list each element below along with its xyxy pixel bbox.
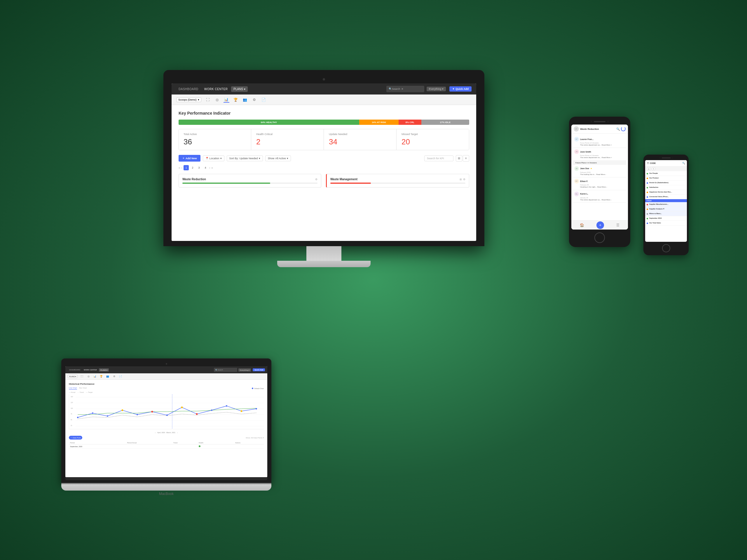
mac-date-next-icon[interactable]: › <box>177 432 178 433</box>
page-prev-icon[interactable]: ‹ <box>181 166 182 169</box>
page-last-icon[interactable]: » <box>211 166 213 169</box>
mac-nav-dashboard[interactable]: DASHBOARD <box>68 368 82 371</box>
mac-icon-trophy[interactable]: 🏆 <box>99 374 103 379</box>
mac-icon-settings[interactable]: ⚙ <box>112 374 116 379</box>
kpi-missed-target-value: 20 <box>402 137 464 146</box>
phone-large-search-icon[interactable]: 🔍 <box>616 128 620 131</box>
toolbar-settings-icon[interactable]: ⚙ <box>252 97 257 103</box>
phone-small-search-icon[interactable]: 🔍 <box>682 162 685 164</box>
nav-plans[interactable]: PLANS ▾ <box>231 86 248 92</box>
mac-tab-line-chart[interactable]: Line Chart <box>69 387 77 390</box>
mac-search-icon: 🔍 <box>215 369 217 371</box>
kpi-card-update-needed[interactable]: Update Needed 34 <box>324 129 396 150</box>
phone-bottom-menu-icon[interactable]: ☰ <box>616 223 619 227</box>
kpi-card-missed-target[interactable]: Missed Target 20 <box>397 129 469 150</box>
page-1[interactable]: 1 <box>183 165 189 170</box>
phone-earpiece <box>594 121 606 122</box>
list-item[interactable]: KL Karen L. January 29 The entire depart… <box>573 190 626 203</box>
mac-search-bar[interactable]: 🔍 Search <box>214 368 237 372</box>
kpi-item-waste-mgmt-grid-icon[interactable]: ⊞ <box>460 178 462 181</box>
desktop-search-bar[interactable]: 🔍 Search ✕ <box>386 86 424 92</box>
list-item[interactable]: JS June Smith Focus Points ● 2 Answers T… <box>573 148 626 160</box>
list-item[interactable]: Our Total Sales <box>645 221 687 225</box>
toolbar-team-icon[interactable]: 👥 <box>242 97 248 103</box>
mac-date-prev-icon[interactable]: ‹ <box>155 432 156 433</box>
show-chevron-icon: ▾ <box>287 157 288 160</box>
page-3[interactable]: 3 <box>197 165 202 170</box>
scope-selector[interactable]: Scoops (Demo) ▾ <box>176 98 201 102</box>
list-item[interactable]: Satisfaction <box>645 185 687 190</box>
list-item[interactable]: JD Jane Doe ★ February 2020 The leading … <box>573 165 626 177</box>
mac-icon-document[interactable]: 📄 <box>119 374 123 379</box>
add-new-button[interactable]: ＋ Add New <box>179 155 201 162</box>
quick-add-button[interactable]: ✦ Quick Add <box>449 86 471 91</box>
list-item[interactable]: Connected Value (Phras... <box>645 194 687 199</box>
phone-small-home-row <box>645 244 687 252</box>
toolbar-target-icon[interactable]: ◎ <box>214 97 220 103</box>
page-4[interactable]: 4 <box>203 165 208 170</box>
page-next-icon[interactable]: › <box>209 166 210 169</box>
phone-large-refresh-icon[interactable] <box>621 127 626 131</box>
list-item[interactable]: Supplier Manufacturers... <box>645 202 687 207</box>
list-view-button[interactable]: ≡ <box>463 155 469 162</box>
phone-small-home-button[interactable] <box>662 244 670 252</box>
page-first-icon[interactable]: « <box>179 166 180 169</box>
phone-small-hamburger-icon[interactable]: ☰ <box>647 162 649 164</box>
phone-small-sort-button[interactable]: ⇅ <box>652 167 655 170</box>
svg-point-17 <box>136 414 138 415</box>
toolbar-document-icon[interactable]: 📄 <box>261 97 267 103</box>
list-item[interactable]: Our Product <box>645 176 687 181</box>
sort-by-button[interactable]: Sort By: Update Needed ▾ <box>227 156 263 161</box>
list-item[interactable]: Rhino-ra Manu... <box>645 211 687 216</box>
mac-icon-team[interactable]: 👥 <box>106 374 110 379</box>
phone-small-filter-button[interactable]: ▤ <box>647 167 651 170</box>
mac-quick-add-button[interactable]: Quick Add <box>253 368 265 371</box>
location-label: Location <box>209 157 220 160</box>
kpi-search-input[interactable]: Search for KPI <box>424 156 454 161</box>
mac-nav-workcenter[interactable]: WORK CENTER <box>82 368 98 371</box>
nav-dashboard[interactable]: DASHBOARD <box>176 86 201 92</box>
list-item[interactable]: Supplier Analysis ✕ <box>645 207 687 211</box>
list-item[interactable]: Happiness Service (last Res... <box>645 190 687 194</box>
mac-everything-selector[interactable]: Everything ▾ <box>238 368 251 372</box>
phone-bottom-home-icon[interactable]: 🏠 <box>580 223 584 227</box>
mac-table-cell-actual <box>126 445 172 449</box>
page-2[interactable]: 2 <box>190 165 195 170</box>
phone-bottom-add-button[interactable]: ＋ <box>596 221 604 229</box>
grid-view-button[interactable]: ⊞ <box>456 155 462 162</box>
mac-table-header-actual: Period Actual <box>126 441 172 445</box>
mac-icon-network[interactable]: ⛶ <box>80 374 84 379</box>
kpi-item-waste-mgmt-settings-icon[interactable]: ⚙ <box>463 178 465 181</box>
kpi-item-waste-reduction[interactable]: Waste Reduction ⚙ <box>179 174 321 188</box>
phone-avatar-kl-initials: KL <box>575 193 577 195</box>
kpi-card-total-active[interactable]: Total Active 36 <box>179 129 251 150</box>
phone-large-home-button[interactable] <box>594 233 605 243</box>
show-filter-button[interactable]: Show All Active ▾ <box>265 156 291 161</box>
kpi-item-settings-icon[interactable]: ⚙ <box>315 178 317 181</box>
list-item[interactable]: Drexle Go (Stakeholders) <box>645 181 687 185</box>
mac-everything-chevron-icon: ▾ <box>249 369 250 371</box>
toolbar-trophy-icon[interactable]: 🏆 <box>233 97 239 103</box>
phone-large-avatar[interactable]: LF <box>574 126 579 132</box>
location-filter-button[interactable]: 📍 Location ▾ <box>203 156 224 161</box>
list-item[interactable]: LF Lauren Fran... Focus Points ● 5 Answe… <box>573 135 626 148</box>
mac-data-point-button[interactable]: ＋ Data Point <box>69 436 82 439</box>
search-clear-icon[interactable]: ✕ <box>401 87 404 90</box>
mac-date-range: ‹ April, 2020 - March, 2021 › <box>69 432 264 433</box>
toolbar-network-icon[interactable]: ⛶ <box>205 97 211 103</box>
nav-workcenter[interactable]: WORK CENTER <box>202 86 230 92</box>
list-item[interactable]: September 2019 <box>645 216 687 221</box>
everything-selector[interactable]: Everything ▾ <box>427 87 446 91</box>
mac-table-header-period: Period <box>69 441 126 445</box>
mac-nav-plans[interactable]: PLANS ▾ <box>99 368 109 372</box>
kpi-card-health-critical[interactable]: Health Critical 2 <box>252 129 324 150</box>
desktop-app: DASHBOARD WORK CENTER PLANS ▾ 🔍 Search ✕ <box>172 83 476 241</box>
toolbar-chart-icon[interactable]: 📊 <box>224 97 229 103</box>
mac-scope-selector[interactable]: PLANS ▾ <box>68 375 78 378</box>
list-item[interactable]: Our People <box>645 171 687 176</box>
kpi-item-waste-management[interactable]: Waste Management ⊞ ⚙ <box>326 174 469 188</box>
mac-icon-chart[interactable]: 📊 <box>93 374 97 379</box>
mac-icon-target[interactable]: ◎ <box>86 374 91 379</box>
list-item[interactable]: EF Ethan F. February 28 Heading in the r… <box>573 177 626 190</box>
mac-tab-bar-chart[interactable]: Bar Chart <box>79 387 87 390</box>
